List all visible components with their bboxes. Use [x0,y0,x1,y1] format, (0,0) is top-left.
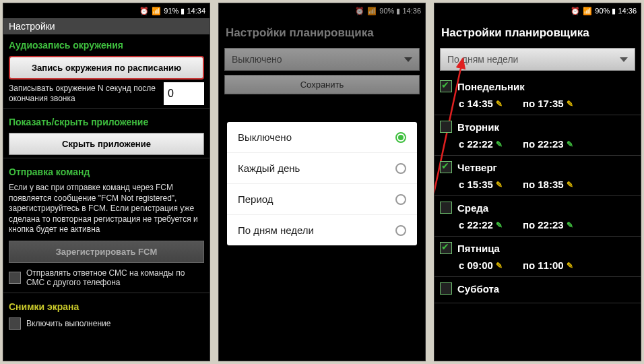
page-title: Настройки [3,18,210,34]
day-header[interactable]: Понедельник [440,78,635,95]
option-label: Выключено [238,131,292,143]
day-name: Понедельник [457,81,525,92]
day-name: Суббота [457,283,499,295]
mode-dropdown[interactable]: По дням недели [440,48,635,71]
edit-icon: ✎ [496,99,503,109]
reply-sms-checkbox[interactable] [9,272,21,284]
radio-icon [395,163,406,174]
day-name: Среда [457,202,488,214]
radio-icon [395,194,406,205]
to-time[interactable]: по 22:23 ✎ [523,138,573,150]
edit-icon: ✎ [567,140,573,149]
time-range: с 22:22 ✎по 22:23 ✎ [440,135,635,150]
section-screenshots: Снимки экрана [3,296,210,315]
schedule-recording-button[interactable]: Запись окружения по расписанию [9,56,204,80]
option-label: Период [238,193,273,205]
commands-desc: Если у вас при отправке команд через FCM… [3,180,210,238]
from-time[interactable]: с 15:35 ✎ [459,179,503,190]
day-name: Вторник [457,121,499,133]
option-label: По дням недели [238,224,314,236]
phone-screen-2: ⏰ 📶 90% ▮ 14:36 Настройки планировщика В… [218,3,426,361]
section-commands: Отправка команд [3,161,210,180]
enable-screenshots-checkbox[interactable] [9,317,21,330]
time-range: с 14:35 ✎по 17:35 ✎ [440,95,635,109]
day-block: Средас 22:22 ✎по 22:23 ✎ [434,196,641,237]
alarm-icon: ⏰ [139,7,149,16]
status-bar: ⏰ 📶 90% ▮ 14:36 [434,3,641,18]
option-daily[interactable]: Каждый день [227,153,417,184]
edit-icon: ✎ [496,140,503,149]
scheduler-title: Настройки планировщика [434,18,641,44]
option-period[interactable]: Период [227,184,417,215]
day-block: Суббота [434,277,641,303]
signal-icon: 📶 [152,7,161,16]
edit-icon: ✎ [496,180,503,189]
alarm-icon: ⏰ [571,7,580,16]
day-checkbox[interactable] [440,121,452,133]
reply-sms-label: Отправлять ответное СМС на команды по СМ… [26,268,204,287]
from-time[interactable]: с 22:22 ✎ [459,219,503,231]
enable-screenshots-label: Включить выполнение [26,319,110,328]
enable-screenshots-row[interactable]: Включить выполнение [3,315,210,332]
mode-select-dialog: Выключено Каждый день Период По дням нед… [227,122,417,245]
section-showhide: Показать/скрыть приложение [3,111,210,130]
section-audio: Аудиозапись окружения [3,34,210,53]
edit-icon: ✎ [496,220,503,230]
edit-icon: ✎ [567,220,573,230]
option-weekdays[interactable]: По дням недели [227,215,417,245]
day-header[interactable]: Вторник [440,118,635,135]
edit-icon: ✎ [567,180,573,189]
from-time[interactable]: с 14:35 ✎ [459,98,503,109]
time-range: с 09:00 ✎по 11:00 ✎ [440,257,635,271]
seconds-input[interactable]: 0 [164,82,204,105]
to-time[interactable]: по 11:00 ✎ [523,260,573,271]
option-off[interactable]: Выключено [227,122,417,153]
edit-icon: ✎ [567,99,573,109]
seconds-after-call-row: Записывать окружение N секунд после окон… [3,82,210,105]
radio-selected-icon [395,132,406,143]
option-label: Каждый день [238,162,300,174]
edit-icon: ✎ [567,261,573,270]
edit-icon: ✎ [496,261,503,270]
day-checkbox[interactable] [440,161,452,173]
from-time[interactable]: с 22:22 ✎ [459,138,503,150]
day-checkbox[interactable] [440,202,452,214]
day-header[interactable]: Суббота [440,280,635,297]
day-block: Понедельникс 14:35 ✎по 17:35 ✎ [434,75,641,115]
to-time[interactable]: по 22:23 ✎ [523,219,573,231]
signal-icon: 📶 [583,7,592,16]
phone-screen-1: ⏰ 📶 91% ▮ 14:34 Настройки Аудиозапись ок… [3,3,210,361]
phone-screen-3: ⏰ 📶 90% ▮ 14:36 Настройки планировщика П… [434,3,641,361]
to-time[interactable]: по 18:35 ✎ [523,179,573,190]
chevron-down-icon [620,57,628,62]
day-header[interactable]: Пятница [440,239,635,257]
day-checkbox[interactable] [440,282,452,295]
day-name: Пятница [457,243,500,254]
dropdown-value: По дням недели [447,54,518,65]
day-block: Пятницас 09:00 ✎по 11:00 ✎ [434,237,641,277]
register-fcm-button: Зарегистрировать FCM [9,241,204,263]
reply-sms-row[interactable]: Отправлять ответное СМС на команды по СМ… [3,266,210,290]
status-text: 91% ▮ 14:34 [164,7,205,16]
time-range: с 15:35 ✎по 18:35 ✎ [440,176,635,190]
day-block: Вторникс 22:22 ✎по 22:23 ✎ [434,115,641,156]
day-block: Четвергс 15:35 ✎по 18:35 ✎ [434,156,641,196]
radio-icon [395,225,406,236]
from-time[interactable]: с 09:00 ✎ [459,260,503,271]
hide-app-button[interactable]: Скрыть приложение [9,133,204,155]
seconds-label: Записывать окружение N секунд после окон… [9,84,158,104]
day-header[interactable]: Четверг [440,158,635,176]
time-range: с 22:22 ✎по 22:23 ✎ [440,216,635,231]
day-checkbox[interactable] [440,242,452,254]
to-time[interactable]: по 17:35 ✎ [523,98,573,109]
day-checkbox[interactable] [440,80,452,92]
status-text: 90% ▮ 14:36 [595,7,637,16]
day-name: Четверг [457,162,497,173]
status-bar: ⏰ 📶 91% ▮ 14:34 [3,3,210,18]
day-header[interactable]: Среда [440,199,635,216]
